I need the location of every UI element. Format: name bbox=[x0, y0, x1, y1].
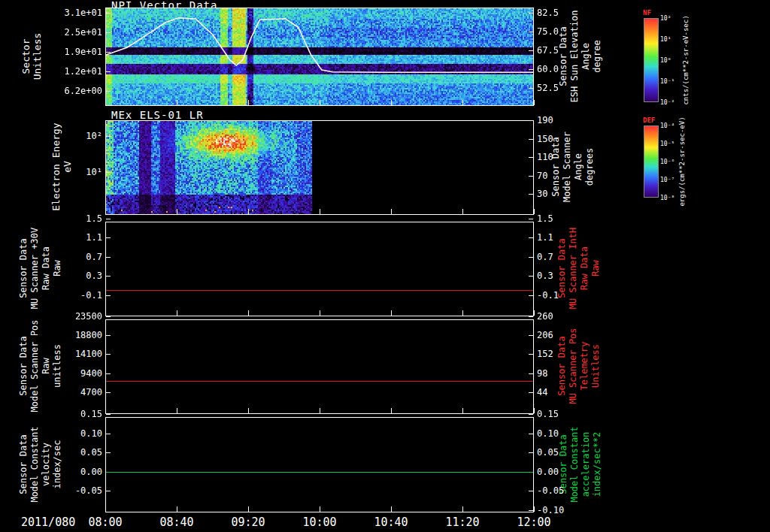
tick-mark bbox=[529, 316, 533, 317]
tick-mark bbox=[248, 408, 249, 413]
colorbar-0-tick: 10⁻² bbox=[660, 99, 686, 106]
tick-mark bbox=[106, 316, 111, 317]
tick-mark bbox=[248, 100, 249, 105]
tick-mark bbox=[106, 219, 111, 219]
colorbar-0-tick: 10⁻¹ bbox=[660, 78, 686, 85]
panel-model-constant-left-tick: 0.15 bbox=[44, 409, 102, 419]
tick-mark bbox=[391, 506, 392, 512]
tick-mark bbox=[529, 194, 533, 195]
panel-npi-left-tick: 6.2e+00 bbox=[44, 86, 102, 96]
panel-model-constant-right-tick: 0.15 bbox=[537, 409, 582, 419]
tick-mark bbox=[391, 100, 392, 105]
tick-mark bbox=[534, 100, 535, 105]
panel-mu-scanner-30v-left-tick: 1.1 bbox=[44, 232, 102, 243]
tick-mark bbox=[529, 237, 533, 238]
nf-colorbar bbox=[644, 18, 659, 102]
tick-mark bbox=[320, 209, 320, 214]
tick-mark bbox=[529, 510, 533, 511]
panel-model-constant-right-tick: 0.10 bbox=[537, 428, 582, 439]
panel-els-right-tick: 30 bbox=[537, 189, 582, 199]
tick-mark bbox=[462, 100, 463, 105]
nf-colorbar-label: NF bbox=[643, 9, 651, 17]
panel-els-right-tick: 110 bbox=[537, 152, 582, 162]
tick-mark bbox=[248, 209, 249, 214]
panel-model-scanner-pos-right-tick: 152 bbox=[537, 349, 582, 359]
tick-mark bbox=[529, 88, 533, 89]
tick-mark bbox=[106, 136, 111, 137]
x-axis-tick-label: 11:20 bbox=[438, 515, 487, 529]
panel-els-right-tick: 70 bbox=[537, 171, 582, 181]
tick-mark bbox=[529, 139, 533, 140]
tick-mark bbox=[534, 506, 535, 512]
tick-mark bbox=[177, 310, 177, 316]
panel-npi-left-tick: 3.1e+01 bbox=[44, 8, 102, 18]
tick-mark bbox=[529, 69, 533, 70]
model-const-line-panel bbox=[105, 417, 534, 512]
colorbar-0-tick: 10¹ bbox=[660, 36, 686, 43]
tick-mark bbox=[177, 209, 177, 214]
panel-model-scanner-pos-right-tick: 44 bbox=[537, 387, 582, 397]
colorbar-1-tick: 10⁻⁶ bbox=[660, 159, 686, 165]
x-axis-tick-label: 10:00 bbox=[296, 515, 344, 529]
tick-mark bbox=[106, 13, 111, 14]
x-axis-tick-label: 09:20 bbox=[224, 515, 272, 529]
panel-model-constant-right-tick: -0.05 bbox=[537, 485, 582, 496]
panel-npi-right-tick: 67.5 bbox=[537, 45, 582, 56]
tick-mark bbox=[462, 310, 463, 316]
tick-mark bbox=[106, 354, 111, 355]
panel-model-constant-left-tick: 0.05 bbox=[44, 447, 102, 458]
x-axis-tick-label: 10:40 bbox=[367, 515, 415, 529]
panel-model-constant-right-tick: 0.00 bbox=[537, 467, 582, 477]
panel-model-constant-right-tick: -0.10 bbox=[537, 505, 582, 515]
tick-mark bbox=[106, 257, 111, 258]
panel-mu-scanner-30v-right-tick: 1.5 bbox=[537, 213, 582, 224]
colorbar-1-tick: 10⁻⁷ bbox=[660, 177, 686, 183]
tick-mark bbox=[320, 100, 320, 105]
tick-mark bbox=[248, 310, 249, 316]
panel-mu-scanner-30v-right-tick: 0.3 bbox=[537, 271, 582, 281]
data-trace-line bbox=[106, 381, 533, 382]
def-colorbar-label: DEF bbox=[643, 116, 655, 124]
tick-mark bbox=[105, 408, 106, 413]
x-axis-tick-label: 08:00 bbox=[81, 515, 129, 529]
tick-mark bbox=[529, 414, 533, 415]
tick-mark bbox=[529, 295, 533, 296]
tick-mark bbox=[534, 310, 535, 316]
tick-mark bbox=[177, 506, 177, 512]
tick-mark bbox=[529, 13, 533, 14]
els-spectrogram-canvas bbox=[106, 121, 533, 214]
colorbar-0-tick: 10² bbox=[660, 15, 686, 22]
tick-mark bbox=[106, 452, 111, 453]
panel-npi-right-tick: 60.0 bbox=[537, 64, 582, 74]
panel-mu-scanner-30v-right-tick: -0.1 bbox=[537, 290, 582, 301]
panel-mu-scanner-30v-right-tick: 1.1 bbox=[537, 232, 582, 243]
tick-mark bbox=[391, 209, 392, 214]
panel-model-scanner-pos-left-tick: 4700 bbox=[44, 387, 102, 397]
tick-mark bbox=[534, 408, 535, 413]
colorbar-1-tick: 10⁻⁴ bbox=[660, 122, 686, 129]
x-axis-tick-label: 12:00 bbox=[510, 515, 558, 529]
panel-model-constant-left-tick: -0.05 bbox=[44, 485, 102, 496]
tick-mark bbox=[106, 335, 111, 336]
panel-npi-right-tick: 82.5 bbox=[537, 8, 582, 18]
tick-mark bbox=[106, 276, 111, 277]
tick-mark bbox=[529, 373, 533, 374]
science-plot-screen: NPI Vector Data MEx ELS-01 LR Sector Uni… bbox=[0, 0, 770, 532]
tick-mark bbox=[106, 52, 111, 53]
tick-mark bbox=[529, 50, 533, 51]
tick-mark bbox=[534, 209, 535, 214]
tick-mark bbox=[529, 257, 533, 258]
panel-mu-scanner-30v-left-tick: -0.1 bbox=[44, 290, 102, 301]
panel-model-scanner-pos-left-tick: 14100 bbox=[44, 349, 102, 359]
tick-mark bbox=[462, 506, 463, 512]
panel-els-right-tick: 150 bbox=[537, 134, 582, 144]
tick-mark bbox=[529, 392, 533, 393]
panel-mu-scanner-30v-left-tick: 1.5 bbox=[44, 213, 102, 224]
tick-mark bbox=[106, 172, 111, 173]
colorbar-1-tick: 10⁻⁵ bbox=[660, 141, 686, 147]
tick-mark bbox=[105, 506, 106, 512]
tick-mark bbox=[391, 408, 392, 413]
panel-npi-right-tick: 75.0 bbox=[537, 26, 582, 37]
panel-model-scanner-pos-left-tick: 9400 bbox=[44, 368, 102, 379]
colorbar-1-tick: 10⁻⁸ bbox=[660, 195, 686, 201]
